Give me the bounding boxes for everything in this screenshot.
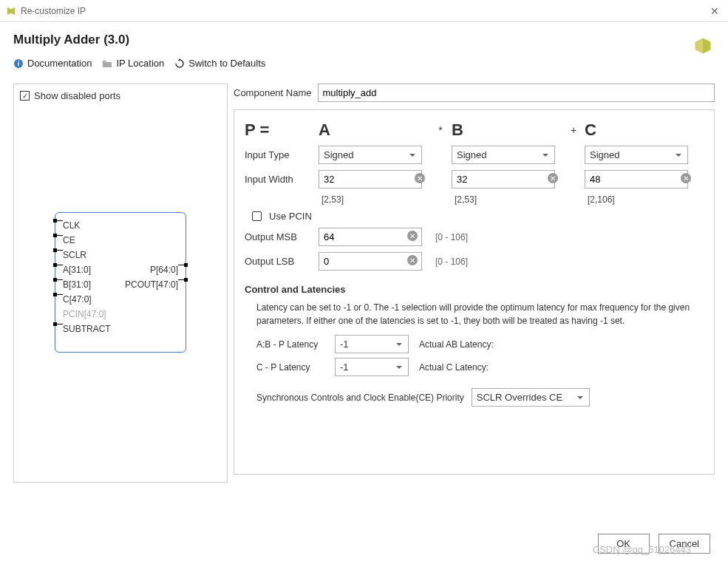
c-latency-label: C - P Latency bbox=[256, 362, 327, 373]
control-latencies-heading: Control and Latencies bbox=[245, 284, 704, 295]
port-sclr: SCLR bbox=[63, 250, 86, 260]
toolbar: i Documentation IP Location Switch to De… bbox=[0, 53, 728, 78]
close-icon[interactable]: ✕ bbox=[707, 5, 722, 17]
switch-defaults-link[interactable]: Switch to Defaults bbox=[174, 58, 265, 69]
ab-actual-latency: Actual AB Latency: bbox=[419, 339, 494, 350]
input-width-label: Input Width bbox=[245, 174, 319, 185]
port-clk: CLK bbox=[63, 220, 80, 231]
clear-icon[interactable]: ✕ bbox=[681, 173, 691, 183]
clear-icon[interactable]: ✕ bbox=[548, 173, 558, 183]
clear-icon[interactable]: ✕ bbox=[407, 255, 418, 265]
port-subtract: SUBTRACT bbox=[63, 324, 111, 334]
port-pcout: PCOUT[47:0] bbox=[125, 279, 178, 290]
input-type-label: Input Type bbox=[245, 149, 319, 160]
formula-p: P = bbox=[245, 120, 319, 140]
c-width-range: [2,106] bbox=[585, 194, 695, 205]
page-title: Multiply Adder (3.0) bbox=[13, 33, 715, 47]
clear-icon[interactable]: ✕ bbox=[415, 173, 425, 183]
component-name-label: Component Name bbox=[234, 87, 312, 98]
b-width-input[interactable] bbox=[452, 170, 555, 188]
show-disabled-checkbox[interactable]: ✓ bbox=[20, 91, 30, 101]
formula-c: C bbox=[585, 120, 695, 140]
use-pcin-label: Use PCIN bbox=[269, 211, 312, 222]
a-width-input[interactable] bbox=[319, 170, 422, 188]
ok-button[interactable]: OK bbox=[598, 534, 650, 554]
ip-location-link[interactable]: IP Location bbox=[102, 58, 164, 69]
documentation-label: Documentation bbox=[27, 58, 92, 69]
header: Multiply Adder (3.0) bbox=[0, 22, 728, 53]
vendor-logo-icon bbox=[693, 35, 713, 56]
output-lsb-label: Output LSB bbox=[245, 256, 311, 267]
formula-b: B bbox=[452, 120, 562, 140]
info-icon: i bbox=[13, 58, 24, 69]
b-type-select[interactable]: Signed bbox=[452, 146, 555, 164]
ab-latency-select[interactable]: -1 bbox=[335, 335, 409, 353]
dialog-footer: OK Cancel bbox=[598, 534, 710, 554]
ip-block-diagram: CLK CE SCLR A[31:0] B[31:0] C[47:0] PCIN… bbox=[55, 212, 186, 353]
c-width-input[interactable] bbox=[585, 170, 688, 188]
priority-label: Synchronous Controls and Clock Enable(CE… bbox=[256, 393, 464, 403]
port-p: P[64:0] bbox=[150, 265, 178, 275]
c-type-select[interactable]: Signed bbox=[585, 146, 688, 164]
show-disabled-label: Show disabled ports bbox=[34, 90, 120, 101]
ip-location-label: IP Location bbox=[116, 58, 164, 69]
port-pcin: PCIN[47:0] bbox=[63, 309, 106, 319]
priority-select[interactable]: SCLR Overrides CE bbox=[472, 388, 590, 407]
use-pcin-checkbox[interactable] bbox=[252, 211, 262, 221]
a-type-select[interactable]: Signed bbox=[319, 146, 422, 164]
output-msb-hint: [0 - 106] bbox=[435, 232, 468, 242]
component-name-input[interactable] bbox=[318, 84, 715, 102]
window-titlebar: Re-customize IP ✕ bbox=[0, 0, 728, 22]
latency-description: Latency can be set to -1 or 0. The -1 se… bbox=[256, 301, 704, 327]
documentation-link[interactable]: i Documentation bbox=[13, 58, 92, 69]
formula-plus: + bbox=[562, 124, 585, 136]
a-width-range: [2,53] bbox=[319, 194, 429, 205]
config-panel: P = A * B + C Input Type Signed Signed S… bbox=[234, 109, 715, 475]
port-b: B[31:0] bbox=[63, 279, 91, 290]
port-a: A[31:0] bbox=[63, 265, 91, 275]
folder-icon bbox=[102, 58, 112, 69]
output-msb-label: Output MSB bbox=[245, 231, 311, 242]
output-msb-input[interactable] bbox=[319, 228, 422, 246]
formula-a: A bbox=[319, 120, 429, 140]
output-lsb-hint: [0 - 106] bbox=[435, 256, 468, 267]
port-c: C[47:0] bbox=[63, 294, 92, 305]
c-actual-latency: Actual C Latency: bbox=[419, 362, 489, 373]
output-lsb-input[interactable] bbox=[319, 252, 422, 271]
refresh-icon bbox=[174, 58, 185, 69]
ab-latency-label: A:B - P Latency bbox=[256, 339, 327, 350]
app-logo-icon bbox=[6, 6, 16, 16]
preview-panel: ✓ Show disabled ports CLK CE SCLR A[31:0… bbox=[13, 84, 228, 483]
svg-text:i: i bbox=[18, 60, 20, 67]
formula-star: * bbox=[429, 124, 452, 136]
b-width-range: [2,53] bbox=[452, 194, 562, 205]
switch-defaults-label: Switch to Defaults bbox=[188, 58, 265, 69]
cancel-button[interactable]: Cancel bbox=[659, 534, 710, 554]
port-ce: CE bbox=[63, 235, 75, 245]
window-title: Re-customize IP bbox=[21, 6, 707, 16]
clear-icon[interactable]: ✕ bbox=[407, 231, 418, 241]
c-latency-select[interactable]: -1 bbox=[335, 358, 409, 376]
